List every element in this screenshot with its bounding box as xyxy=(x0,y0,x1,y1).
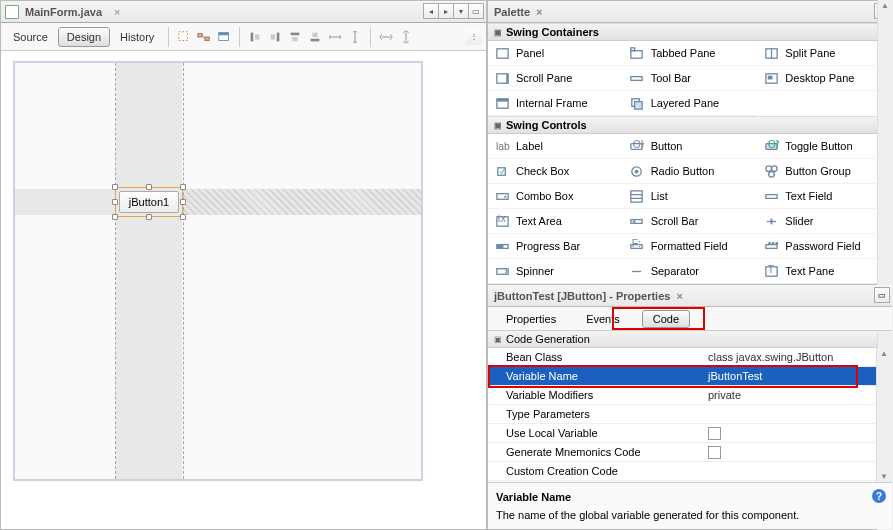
close-icon[interactable]: × xyxy=(670,290,688,302)
separator xyxy=(370,27,371,47)
resize-vertical-icon[interactable] xyxy=(397,28,415,46)
palette-item-button[interactable]: OKButton xyxy=(623,134,758,159)
prop-value[interactable]: class javax.swing.JButton xyxy=(708,351,872,363)
svg-rect-1 xyxy=(198,33,202,37)
palette-item-scroll-bar[interactable]: Scroll Bar xyxy=(623,209,758,234)
resize-horizontal-icon[interactable] xyxy=(377,28,395,46)
minimize-button[interactable]: ▭ xyxy=(874,287,890,303)
palette-body[interactable]: ▣Swing Containers PanelTabbed PaneSplit … xyxy=(488,23,892,284)
align-bottom-icon[interactable] xyxy=(306,28,324,46)
prop-value[interactable]: private xyxy=(708,389,872,401)
anchor-vertical-icon[interactable] xyxy=(346,28,364,46)
palette-item-tabbed-pane[interactable]: Tabbed Pane xyxy=(623,41,758,66)
svg-rect-0 xyxy=(179,31,188,40)
prop-row-bean-class[interactable]: Bean Classclass javax.swing.JButton xyxy=(488,348,892,367)
collapse-icon[interactable]: ▣ xyxy=(494,335,502,344)
align-right-icon[interactable] xyxy=(266,28,284,46)
svg-text:T: T xyxy=(768,264,775,275)
section-swing-containers[interactable]: ▣Swing Containers xyxy=(488,23,892,41)
section-swing-controls[interactable]: ▣Swing Controls xyxy=(488,116,892,134)
maximize-button[interactable]: ▭ xyxy=(468,3,484,19)
palette-item-tool-bar[interactable]: Tool Bar xyxy=(623,66,758,91)
palette-item-password-field[interactable]: •••Password Field xyxy=(757,234,892,259)
svg-rect-38 xyxy=(631,190,642,201)
palette-item-radio-button[interactable]: Radio Button xyxy=(623,159,758,184)
palette-item-label: Label xyxy=(516,140,543,152)
palette-item-internal-frame[interactable]: Internal Frame xyxy=(488,91,623,116)
scroll-right-button[interactable]: ▸ xyxy=(438,3,454,19)
view-history[interactable]: History xyxy=(112,28,162,46)
prop-row-type-parameters[interactable]: Type Parameters… xyxy=(488,405,892,424)
label-icon: label xyxy=(494,138,510,154)
palette-item-label: Password Field xyxy=(785,240,860,252)
palette-item-slider[interactable]: Slider xyxy=(757,209,892,234)
scrollbar[interactable] xyxy=(877,23,892,284)
palette-title: Palette xyxy=(494,6,530,18)
palette-item-text-pane[interactable]: TText Pane xyxy=(757,259,892,284)
palette-item-text-field[interactable]: Text Field xyxy=(757,184,892,209)
selection-mode-icon[interactable] xyxy=(175,28,193,46)
svg-rect-18 xyxy=(506,73,508,82)
palette-item-label: Layered Pane xyxy=(651,97,720,109)
footer-description: The name of the global variable generate… xyxy=(496,509,884,521)
palette-item-label[interactable]: labelLabel xyxy=(488,134,623,159)
help-icon[interactable]: ? xyxy=(872,489,886,503)
palette-item-layered-pane[interactable]: Layered Pane xyxy=(623,91,758,116)
anchor-horizontal-icon[interactable] xyxy=(326,28,344,46)
toolbar-options-button[interactable]: ⋮ xyxy=(466,29,482,45)
checkbox[interactable] xyxy=(708,427,721,440)
palette-item-label: Tool Bar xyxy=(651,72,691,84)
close-tab-icon[interactable]: × xyxy=(108,6,126,18)
palette-item-formatted-field[interactable]: F:Formatted Field xyxy=(623,234,758,259)
prop-row-custom-creation-code[interactable]: Custom Creation Code… xyxy=(488,462,892,481)
tab-code[interactable]: Code xyxy=(642,310,690,328)
prop-row-variable-modifiers[interactable]: Variable Modifiersprivate… xyxy=(488,386,892,405)
properties-category[interactable]: ▣Code Generation xyxy=(488,331,892,348)
form-canvas[interactable]: jButton1 xyxy=(13,61,423,481)
view-source[interactable]: Source xyxy=(5,28,56,46)
checkbox[interactable] xyxy=(708,446,721,459)
file-tab[interactable]: MainForm.java xyxy=(21,6,106,18)
dropdown-button[interactable]: ▾ xyxy=(453,3,469,19)
scroll-pane-icon xyxy=(494,70,510,86)
scroll-left-button[interactable]: ◂ xyxy=(423,3,439,19)
align-left-icon[interactable] xyxy=(246,28,264,46)
tab-properties[interactable]: Properties xyxy=(498,310,564,328)
palette-item-combo-box[interactable]: Combo Box xyxy=(488,184,623,209)
prop-row-variable-name[interactable]: Variable NamejButtonTest… xyxy=(488,367,892,386)
scrollbar[interactable] xyxy=(876,348,892,482)
palette-item-toggle-button[interactable]: ONToggle Button xyxy=(757,134,892,159)
jbutton1[interactable]: jButton1 xyxy=(119,191,179,213)
palette-item-spinner[interactable]: Spinner xyxy=(488,259,623,284)
connection-mode-icon[interactable] xyxy=(195,28,213,46)
button-group-icon xyxy=(763,163,779,179)
svg-text:F:: F: xyxy=(632,239,641,249)
palette-item-text-area[interactable]: txText Area xyxy=(488,209,623,234)
align-top-icon[interactable] xyxy=(286,28,304,46)
palette-item-check-box[interactable]: Check Box xyxy=(488,159,623,184)
prop-value[interactable]: jButtonTest xyxy=(708,370,872,382)
radio-button-icon xyxy=(629,163,645,179)
design-canvas-area[interactable]: jButton1 xyxy=(1,51,486,529)
palette-item-list[interactable]: List xyxy=(623,184,758,209)
palette-item-separator[interactable]: Separator xyxy=(623,259,758,284)
prop-row-generate-mnemonics-code[interactable]: Generate Mnemonics Code xyxy=(488,443,892,462)
tab-events[interactable]: Events xyxy=(578,310,628,328)
palette-item-button-group[interactable]: Button Group xyxy=(757,159,892,184)
prop-row-use-local-variable[interactable]: Use Local Variable xyxy=(488,424,892,443)
preview-design-icon[interactable] xyxy=(215,28,233,46)
palette-item-desktop-pane[interactable]: Desktop Pane xyxy=(757,66,892,91)
palette-item-split-pane[interactable]: Split Pane xyxy=(757,41,892,66)
collapse-icon[interactable]: ▣ xyxy=(494,28,502,37)
palette-item-progress-bar[interactable]: Progress Bar xyxy=(488,234,623,259)
palette-item-label: Spinner xyxy=(516,265,554,277)
layout-column-band xyxy=(116,215,182,479)
palette-item-scroll-pane[interactable]: Scroll Pane xyxy=(488,66,623,91)
prop-key: Variable Modifiers xyxy=(488,389,708,401)
palette-item-label: List xyxy=(651,190,668,202)
palette-item-panel[interactable]: Panel xyxy=(488,41,623,66)
view-design[interactable]: Design xyxy=(58,27,110,47)
palette-item-label: Desktop Pane xyxy=(785,72,854,84)
collapse-icon[interactable]: ▣ xyxy=(494,121,502,130)
close-icon[interactable]: × xyxy=(530,6,548,18)
